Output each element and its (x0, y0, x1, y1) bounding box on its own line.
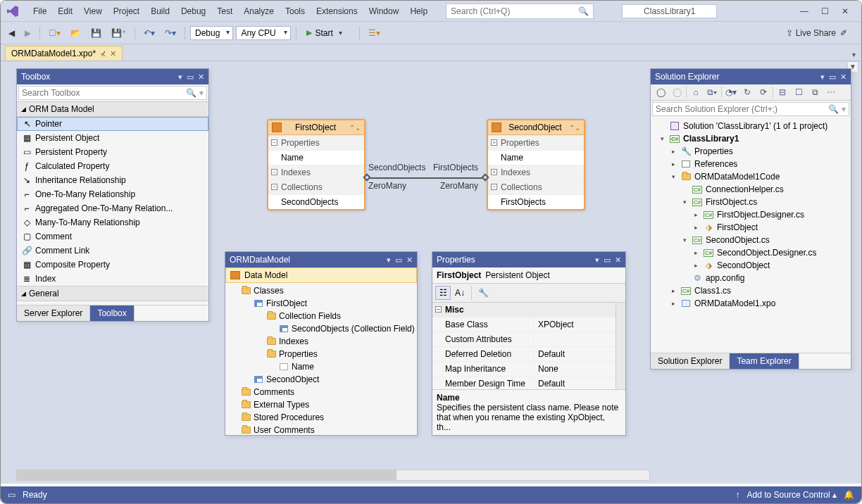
toolbox-category[interactable]: ◢ General (17, 286, 208, 301)
solution-node[interactable]: ▸⬗FirstObject (651, 221, 851, 234)
property-row[interactable]: Map InheritanceNone (432, 361, 616, 376)
menu-help[interactable]: Help (404, 4, 433, 19)
pin-icon[interactable]: ▭ (829, 73, 836, 82)
expand-chevron-icon[interactable]: ▾ (669, 173, 677, 180)
collection-row[interactable]: FirstObjects (488, 194, 584, 209)
show-all-files-icon[interactable]: ☐ (792, 86, 806, 99)
save-button[interactable]: 💾 (87, 26, 105, 40)
source-control-button[interactable]: Add to Source Control ▴ (747, 490, 837, 500)
close-icon[interactable]: ✕ (198, 73, 204, 82)
entity-firstobject[interactable]: FirstObject ⌃⌄ −Properties Name −Indexes… (267, 119, 366, 210)
nav-back-icon[interactable]: ◯ (654, 86, 668, 99)
toolbox-item[interactable]: ▦Persistent Object (17, 131, 208, 145)
notifications-icon[interactable]: 🔔 (844, 490, 854, 500)
menu-analyze[interactable]: Analyze (238, 4, 280, 19)
toolbox-item[interactable]: ↖Pointer (17, 117, 208, 131)
toolbox-search[interactable]: 🔍 ▾ (18, 86, 207, 100)
entity-secondobject[interactable]: SecondObject ⌃⌄ +Properties Name +Indexe… (487, 119, 585, 210)
solution-node[interactable]: C#ConnectionHelper.cs (651, 183, 851, 196)
expand-chevron-icon[interactable]: ▸ (692, 262, 700, 269)
section-properties[interactable]: −Properties (268, 135, 364, 150)
sync-icon[interactable]: ↻ (740, 86, 754, 99)
tab-server-explorer[interactable]: Server Explorer (17, 305, 90, 321)
close-icon[interactable]: ✕ (615, 256, 621, 265)
solution-node[interactable]: ▾C#ClassLibrary1 (651, 132, 851, 145)
property-row[interactable]: Name (488, 150, 584, 165)
menu-file[interactable]: File (27, 4, 52, 19)
close-button[interactable]: ✕ (842, 6, 849, 16)
toolbox-category[interactable]: ◢ ORM Data Model (17, 101, 208, 117)
close-icon[interactable]: ✕ (406, 256, 413, 265)
pin-icon[interactable]: ⊀ (100, 50, 106, 58)
section-indexes[interactable]: −Indexes (268, 165, 364, 179)
solution-node[interactable]: Solution 'ClassLibrary1' (1 of 1 project… (651, 120, 851, 132)
solution-node[interactable]: ⚙app.config (651, 272, 851, 284)
toolbox-titlebar[interactable]: Toolbox ▾ ▭ ✕ (17, 69, 208, 84)
expand-chevron-icon[interactable]: ▸ (669, 148, 677, 155)
expand-chevron-icon[interactable]: ▸ (692, 211, 700, 218)
tab-solution-explorer[interactable]: Solution Explorer (651, 353, 730, 369)
tab-toolbox[interactable]: Toolbox (90, 305, 134, 321)
expand-chevron-icon[interactable]: ▸ (669, 160, 677, 168)
tree-node[interactable]: User Comments (225, 424, 417, 435)
tree-node[interactable]: Indexes (225, 335, 417, 348)
pin-icon[interactable]: ▭ (187, 73, 194, 82)
solution-node[interactable]: ▾C#SecondObject.cs (651, 234, 851, 246)
undo-button[interactable]: ↶▾ (140, 26, 158, 40)
live-share-button[interactable]: ⇪ Live Share (786, 28, 836, 38)
tree-node[interactable]: FirstObject (225, 297, 417, 310)
section-indexes[interactable]: +Indexes (488, 165, 584, 179)
toolbox-item[interactable]: ◇Many-To-Many Relationship (17, 215, 208, 229)
solution-node[interactable]: ▸🔧Properties (651, 145, 851, 158)
designer-canvas[interactable]: ▼ Toolbox ▾ ▭ ✕ 🔍 ▾ ◢ ORM Data Model↖Poi… (1, 61, 861, 484)
expand-chevron-icon[interactable]: ▸ (669, 300, 677, 307)
categorized-button[interactable]: ☷ (435, 286, 451, 300)
relationship-line[interactable] (367, 177, 485, 179)
search-options-icon[interactable]: ▾ (842, 104, 846, 114)
section-collections[interactable]: −Collections (268, 179, 364, 194)
property-value[interactable] (533, 332, 616, 346)
solution-explorer-titlebar[interactable]: Solution Explorer ▾ ▭ ✕ (651, 69, 851, 84)
collapse-all-icon[interactable]: ⊟ (775, 86, 789, 99)
toolbox-item[interactable]: ▭Persistent Property (17, 145, 208, 159)
expand-chevron-icon[interactable]: ▾ (680, 199, 689, 206)
tree-node[interactable]: Classes (225, 284, 417, 297)
solution-node[interactable]: ▾ORMDataModel1Code (651, 170, 851, 183)
properties-titlebar[interactable]: Properties ▾ ▭ ✕ (432, 252, 625, 267)
menu-extensions[interactable]: Extensions (311, 4, 363, 19)
model-explorer-titlebar[interactable]: ORMDataModel ▾ ▭ ✕ (225, 252, 417, 267)
toolbar-overflow-button[interactable]: ☰▾ (365, 26, 384, 40)
document-tab[interactable]: ORMDataModel1.xpo* ⊀ ✕ (5, 46, 123, 61)
tree-node[interactable]: Stored Procedures (225, 411, 417, 424)
panel-menu-icon[interactable]: ▾ (178, 73, 182, 82)
property-row[interactable]: Deferred DeletionDefault (432, 346, 616, 361)
tab-team-explorer[interactable]: Team Explorer (730, 353, 799, 369)
property-row[interactable]: Name (268, 150, 364, 165)
chevron-icon[interactable]: ⌃⌄ (349, 124, 361, 132)
expand-chevron-icon[interactable]: ▸ (692, 224, 700, 231)
tree-node[interactable]: Comments (225, 386, 417, 398)
tree-node[interactable]: External Types (225, 398, 417, 411)
feedback-icon[interactable]: ✐ (840, 28, 847, 38)
property-row[interactable]: Base ClassXPObject (432, 317, 616, 332)
section-properties[interactable]: +Properties (488, 135, 584, 150)
quick-launch-input[interactable] (451, 6, 578, 16)
clear-icon[interactable]: ▾ (199, 88, 204, 98)
toolbox-item[interactable]: ≣Index (17, 272, 208, 286)
expand-chevron-icon[interactable]: ▾ (680, 237, 689, 244)
properties-pages-button[interactable]: 🔧 (475, 286, 491, 300)
solution-node[interactable]: ▸References (651, 158, 851, 170)
panel-menu-icon[interactable]: ▾ (820, 73, 825, 82)
open-file-button[interactable]: 📂 (67, 26, 85, 40)
tree-node[interactable]: Name (225, 360, 417, 373)
solution-name-pill[interactable]: ClassLibrary1 (622, 4, 717, 18)
properties-subject[interactable]: FirstObject Persistent Object (432, 267, 625, 284)
solution-node[interactable]: ▸C#Class1.cs (651, 284, 851, 297)
solution-node[interactable]: ▸⬗SecondObject (651, 259, 851, 272)
preview-icon[interactable]: ⋯ (824, 86, 838, 99)
tree-node[interactable]: Collection Fields (225, 310, 417, 322)
entity-header[interactable]: SecondObject ⌃⌄ (488, 120, 584, 135)
nav-back-button[interactable]: ◀ (5, 26, 18, 40)
close-icon[interactable]: ✕ (840, 73, 847, 82)
close-tab-icon[interactable]: ✕ (110, 49, 116, 58)
